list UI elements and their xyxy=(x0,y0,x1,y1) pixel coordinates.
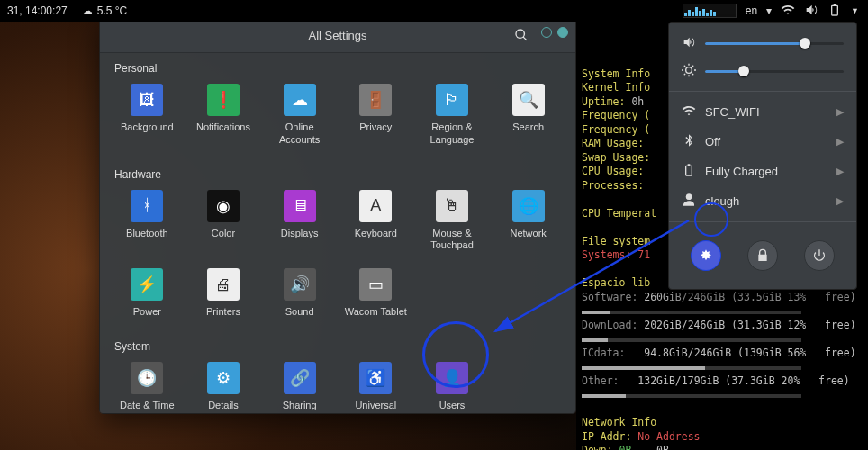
settings-item-sound[interactable]: 🔊Sound xyxy=(261,263,338,326)
top-panel: 31, 14:00:27 ☁ 5.5 °C en ▾ ▼ xyxy=(0,0,868,22)
settings-item-color[interactable]: ◉Color xyxy=(185,184,262,260)
settings-item-region-language[interactable]: 🏳Region & Language xyxy=(414,78,491,154)
bluetooth-icon: ᚼ xyxy=(131,190,163,222)
settings-item-label: Mouse & Touchpad xyxy=(418,228,486,253)
toggle-circle[interactable] xyxy=(541,27,552,38)
settings-item-label: Details xyxy=(208,400,239,412)
settings-item-search[interactable]: 🔍Search xyxy=(490,78,566,154)
settings-item-details[interactable]: ⚙Details xyxy=(185,356,262,414)
separator xyxy=(669,221,856,222)
sound-icon: 🔊 xyxy=(284,268,316,301)
user-icon xyxy=(682,193,696,210)
privacy-icon: 🚪 xyxy=(359,84,392,116)
notifications-icon: ❗ xyxy=(207,84,240,116)
settings-item-background[interactable]: 🖼Background xyxy=(109,78,185,154)
sysmenu-item-user[interactable]: clough▶ xyxy=(669,186,856,216)
settings-item-power[interactable]: ⚡Power xyxy=(109,263,185,326)
universal-access-icon: ♿ xyxy=(359,362,392,394)
settings-item-bluetooth[interactable]: ᚼBluetooth xyxy=(109,184,185,260)
settings-item-sharing[interactable]: 🔗Sharing xyxy=(261,356,338,414)
brightness-icon xyxy=(682,63,696,80)
wacom-icon: ▭ xyxy=(359,268,392,301)
bar-other xyxy=(582,394,801,398)
brightness-slider[interactable] xyxy=(705,70,844,73)
clock[interactable]: 31, 14:00:27 xyxy=(0,4,75,17)
sysmenu-item-battery[interactable]: Fully Charged▶ xyxy=(669,157,856,186)
weather[interactable]: ☁ 5.5 °C xyxy=(75,4,134,17)
bar-software xyxy=(582,310,801,314)
section-hardware: Hardware xyxy=(100,159,575,184)
settings-item-label: Notifications xyxy=(196,122,250,134)
wifi-icon xyxy=(682,104,696,121)
settings-item-label: Privacy xyxy=(359,122,392,134)
settings-item-label: Bluetooth xyxy=(126,228,167,240)
lock-button[interactable] xyxy=(747,240,778,271)
background-icon: 🖼 xyxy=(131,84,163,116)
wifi-icon[interactable] xyxy=(781,3,795,20)
settings-item-label: Region & Language xyxy=(418,122,486,147)
settings-item-wacom[interactable]: ▭Wacom Tablet xyxy=(338,263,414,326)
settings-quick-button[interactable] xyxy=(691,240,721,271)
chevron-right-icon: ▶ xyxy=(836,136,844,148)
brightness-slider-row[interactable] xyxy=(669,58,856,86)
section-system: System xyxy=(100,331,575,356)
settings-item-label: Search xyxy=(512,122,544,134)
separator xyxy=(669,91,856,92)
battery-icon[interactable] xyxy=(827,3,842,20)
settings-item-mouse-touchpad[interactable]: 🖱Mouse & Touchpad xyxy=(414,184,491,260)
settings-item-universal-access[interactable]: ♿Universal Access xyxy=(338,356,414,414)
settings-window[interactable]: All Settings Personal🖼Background❗Notific… xyxy=(99,18,576,414)
system-menu[interactable]: SFC_WIFI▶Off▶Fully Charged▶clough▶ xyxy=(668,22,857,290)
keyboard-icon: A xyxy=(359,190,392,222)
section-personal: Personal xyxy=(100,53,575,78)
settings-item-date-time[interactable]: 🕒Date & Time xyxy=(109,356,185,414)
settings-item-users[interactable]: 👤Users xyxy=(414,356,491,414)
chevron-right-icon: ▶ xyxy=(836,106,844,118)
sysmenu-item-label: Fully Charged xyxy=(705,165,778,178)
settings-item-privacy[interactable]: 🚪Privacy xyxy=(338,78,414,154)
settings-title: All Settings xyxy=(308,29,366,42)
settings-item-label: Keyboard xyxy=(355,228,397,240)
search-icon: 🔍 xyxy=(512,84,545,116)
sysmenu-item-wifi[interactable]: SFC_WIFI▶ xyxy=(669,97,856,127)
tray-separator: ▾ xyxy=(766,4,772,17)
settings-header: All Settings xyxy=(100,19,575,53)
chevron-right-icon: ▶ xyxy=(836,195,844,207)
date-time-icon: 🕒 xyxy=(131,362,163,394)
volume-slider[interactable] xyxy=(705,42,844,45)
power-icon: ⚡ xyxy=(131,268,163,301)
settings-item-label: Wacom Tablet xyxy=(345,306,407,319)
settings-item-label: Universal Access xyxy=(341,400,410,414)
settings-item-online-accounts[interactable]: ☁Online Accounts xyxy=(261,78,338,154)
chevron-down-icon[interactable]: ▼ xyxy=(851,6,859,15)
sysmenu-item-bluetooth[interactable]: Off▶ xyxy=(669,127,856,157)
settings-item-label: Sharing xyxy=(283,400,317,412)
volume-icon[interactable] xyxy=(804,3,818,20)
battery-icon xyxy=(682,163,696,180)
settings-item-label: Background xyxy=(121,122,174,134)
toggle-circle-active[interactable] xyxy=(557,27,568,38)
settings-item-label: Displays xyxy=(281,228,319,240)
printers-icon: 🖨 xyxy=(207,268,240,301)
settings-item-printers[interactable]: 🖨Printers xyxy=(185,263,262,326)
settings-item-label: Users xyxy=(439,400,466,412)
displays-icon: 🖥 xyxy=(284,190,316,222)
details-icon: ⚙ xyxy=(207,362,240,394)
window-toggles xyxy=(541,27,568,38)
sysmenu-item-label: SFC_WIFI xyxy=(705,105,760,119)
settings-item-network[interactable]: 🌐Network xyxy=(490,184,566,260)
settings-item-notifications[interactable]: ❗Notifications xyxy=(185,78,262,154)
region-language-icon: 🏳 xyxy=(436,84,468,116)
settings-item-keyboard[interactable]: AKeyboard xyxy=(338,184,414,260)
language-indicator[interactable]: en xyxy=(746,4,757,17)
settings-item-label: Date & Time xyxy=(120,400,175,412)
online-accounts-icon: ☁ xyxy=(284,84,316,116)
settings-item-displays[interactable]: 🖥Displays xyxy=(261,184,338,260)
users-icon: 👤 xyxy=(436,362,468,394)
network-icon: 🌐 xyxy=(512,190,545,222)
mouse-touchpad-icon: 🖱 xyxy=(436,190,468,222)
power-button[interactable] xyxy=(804,240,835,271)
sysmenu-item-label: Off xyxy=(705,135,720,148)
search-button[interactable] xyxy=(514,28,530,44)
volume-slider-row[interactable] xyxy=(669,30,856,58)
